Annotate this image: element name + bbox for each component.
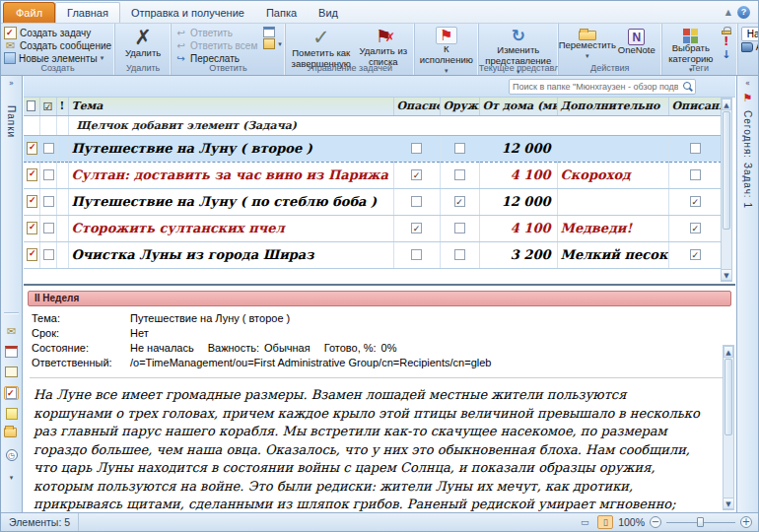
distance-value: 3 200: [479, 241, 557, 268]
reply-button[interactable]: ↩ Ответить: [174, 27, 257, 39]
zoom-out-icon[interactable]: −: [650, 516, 661, 528]
add-new-task-label: Щелчок добавит элемент (Задача): [68, 115, 722, 135]
private-lock-icon[interactable]: [722, 31, 731, 34]
shortcuts-nav-icon[interactable]: ◷: [4, 448, 19, 462]
tab-view[interactable]: Вид: [308, 2, 349, 23]
complete-checkbox: [43, 223, 54, 233]
configure-buttons-icon[interactable]: ▾: [4, 469, 19, 483]
search-input[interactable]: [510, 82, 681, 92]
change-view-button[interactable]: ↻ Изменить представление ▾: [482, 26, 555, 62]
today-tasks-vertical-label[interactable]: Сегодня: Задач: 1: [742, 110, 753, 209]
calendar-nav-icon[interactable]: [4, 345, 19, 359]
refresh-view-icon: ↻: [512, 27, 525, 45]
contacts-nav-icon[interactable]: [4, 366, 19, 379]
find-contact-button[interactable]: Найти контакт ▾: [741, 27, 759, 41]
todo-bar-collapsed[interactable]: « ⚑ Сегодня: Задач: 1: [736, 76, 758, 512]
move-button[interactable]: Переместить ▾: [562, 26, 613, 62]
group-label-follow-up: [415, 63, 478, 75]
group-label-respond: Ответить: [172, 63, 285, 75]
mark-complete-button[interactable]: ✓ Пометить как завершенную: [289, 26, 354, 62]
high-importance-icon[interactable]: !: [724, 34, 728, 48]
onenote-button[interactable]: N OneNote: [615, 26, 658, 62]
add-new-task-row[interactable]: Щелчок добавит элемент (Задача): [24, 115, 722, 135]
expand-todo-icon[interactable]: «: [737, 76, 758, 92]
onenote-icon: N: [628, 29, 645, 45]
task-subject[interactable]: Очистка Луны из города Шираз: [68, 241, 393, 268]
address-book-button[interactable]: Адресная книга: [741, 41, 759, 52]
divider: [30, 377, 729, 378]
minimize-ribbon-icon[interactable]: ▲: [725, 8, 731, 17]
scrollbar-thumb[interactable]: [723, 111, 730, 230]
move-folder-icon: [579, 31, 596, 40]
danger-column-header[interactable]: Опасно!: [393, 98, 440, 115]
distance-value: 12 000: [479, 188, 557, 215]
task-subject[interactable]: Путешествие на Луну ( второе ): [68, 135, 393, 162]
chevron-down-icon: ▾: [278, 40, 282, 48]
group-label-current-view: Текущее представление: [479, 63, 558, 75]
follow-up-button[interactable]: ⚑ К исполнению ▾: [418, 26, 475, 62]
task-list-scrollbar[interactable]: ▲ ▼: [721, 98, 732, 282]
low-importance-icon[interactable]: ↓: [722, 48, 730, 61]
help-icon[interactable]: ?: [737, 6, 750, 19]
expand-nav-icon[interactable]: »: [1, 76, 22, 92]
categorize-button[interactable]: Выбрать категорию ▾: [665, 26, 717, 62]
description-column-header[interactable]: Описание: [668, 98, 722, 115]
subject-column-header[interactable]: Тема: [68, 98, 393, 115]
weapon-checkbox: [454, 249, 465, 260]
weapon-checkbox: [454, 169, 465, 180]
importance-column-header[interactable]: !: [56, 98, 68, 115]
zoom-in-icon[interactable]: +: [740, 516, 752, 528]
normal-view-icon[interactable]: ▭: [577, 515, 592, 529]
task-subject[interactable]: Сторожить султанских пчел: [68, 215, 393, 241]
complete-checkbox-cell[interactable]: [39, 135, 56, 162]
search-icon[interactable]: [681, 81, 693, 93]
table-row[interactable]: Сторожить султанских пчел 4 100 Медведи!: [24, 215, 722, 241]
icon-column-header[interactable]: [24, 98, 39, 115]
zoom-slider[interactable]: [666, 515, 735, 529]
new-message-button[interactable]: ✉ Создать сообщение: [4, 39, 111, 52]
reading-pane-scrollbar[interactable]: ▲ ▼: [723, 345, 734, 510]
task-subject[interactable]: Султан: доставить за час вино из Парижа: [68, 162, 393, 188]
scroll-down-icon[interactable]: ▼: [723, 498, 734, 509]
tab-home[interactable]: Главная: [55, 2, 120, 23]
scroll-up-icon[interactable]: ▲: [722, 99, 731, 110]
table-row[interactable]: Очистка Луны из города Шираз 3 200 Мелки…: [24, 241, 722, 268]
search-box[interactable]: [509, 79, 696, 95]
week-group-banner[interactable]: II Неделя: [28, 291, 731, 306]
more-respond-button[interactable]: ▾: [263, 38, 282, 50]
remove-from-list-button[interactable]: ⚑ Удалить из списка: [356, 26, 411, 62]
group-label-delete: Удалить: [115, 63, 171, 75]
extra-column-header[interactable]: Дополнительно: [557, 98, 668, 115]
folder-list-nav-icon[interactable]: [4, 428, 19, 441]
table-row[interactable]: Путешествие на Луну ( по стеблю боба ) 1…: [24, 188, 722, 215]
complete-column-header[interactable]: ☑: [39, 98, 56, 115]
delete-button[interactable]: ✗ Удалить: [118, 26, 168, 62]
notes-nav-icon[interactable]: [4, 407, 19, 421]
task-subject[interactable]: Путешествие на Луну ( по стеблю боба ): [68, 188, 393, 215]
scrollbar-thumb[interactable]: [724, 359, 732, 435]
tab-folder[interactable]: Папка: [255, 2, 308, 23]
due-value: Нет: [130, 327, 149, 339]
new-task-button[interactable]: Создать задачу: [4, 27, 111, 39]
tasks-nav-icon[interactable]: [4, 386, 19, 400]
zoom-slider-thumb[interactable]: [697, 517, 704, 527]
scroll-up-icon[interactable]: ▲: [724, 346, 733, 358]
mail-nav-icon[interactable]: ✉: [4, 324, 19, 338]
reading-view-icon[interactable]: ▯: [597, 515, 613, 529]
folders-vertical-label[interactable]: Папки: [6, 105, 17, 180]
group-tags: Выбрать категорию ▾ ! ↓ Теги: [662, 24, 738, 75]
tab-send-receive[interactable]: Отправка и получение: [120, 2, 255, 23]
weapon-column-header[interactable]: Оружие: [440, 98, 479, 115]
scroll-down-icon[interactable]: ▼: [721, 269, 732, 281]
distance-column-header[interactable]: От дома (мил...: [479, 98, 557, 115]
table-row[interactable]: Султан: доставить за час вино из Парижа …: [24, 162, 722, 188]
meeting-button[interactable]: [263, 27, 282, 38]
danger-checkbox: [411, 223, 422, 233]
task-icon-cell: [24, 135, 39, 162]
description-checkbox: [690, 223, 701, 233]
table-row[interactable]: Путешествие на Луну ( второе ) 12 000: [24, 135, 722, 162]
navigation-pane-collapsed[interactable]: » Папки ✉ ◷ ▾: [1, 76, 23, 512]
zoom-level[interactable]: 100%: [618, 516, 645, 528]
reply-all-button[interactable]: ↩ Ответить всем: [174, 39, 257, 52]
tab-file[interactable]: Файл: [3, 2, 55, 23]
